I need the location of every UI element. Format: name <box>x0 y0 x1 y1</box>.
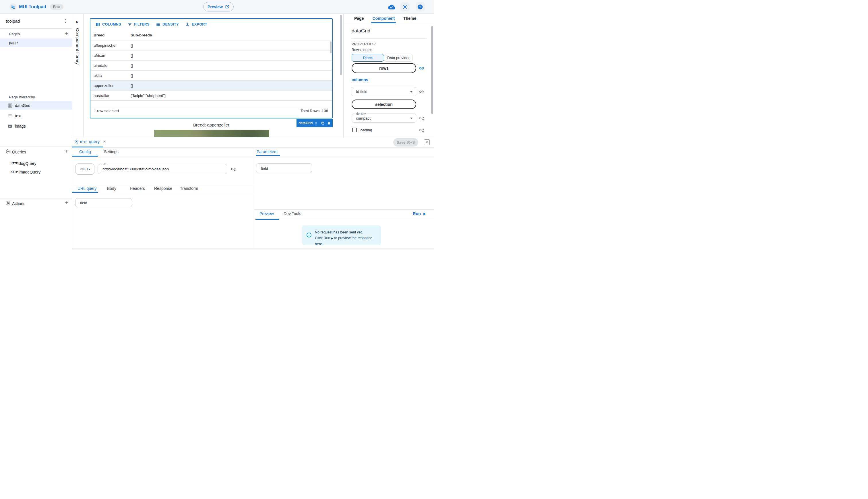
table-row[interactable]: affenpinscher [] <box>91 40 332 50</box>
run-button[interactable]: Run ▶ <box>413 211 426 216</box>
url-query-field-input[interactable]: field <box>75 198 132 207</box>
close-query-tab-icon[interactable]: ✕ <box>103 140 106 144</box>
pages-section-label: Pages <box>9 32 20 36</box>
query-tab-method: HTTP <box>80 141 87 143</box>
hierarchy-item-image[interactable]: image <box>0 122 72 130</box>
field-value: field <box>80 201 87 205</box>
tab-page[interactable]: Page <box>354 14 364 23</box>
column-header-breed[interactable]: Breed <box>91 33 131 37</box>
http-method-tag: HTTP <box>11 162 18 165</box>
cell-subbreeds: [] <box>131 63 332 68</box>
table-row[interactable]: akita [] <box>91 71 332 81</box>
columns-button[interactable]: COLUMNS <box>93 22 124 27</box>
columns-property-link[interactable]: columns <box>352 77 368 82</box>
tab-preview[interactable]: Preview <box>260 211 274 216</box>
rows-source-direct-button[interactable]: Direct <box>352 54 384 62</box>
method-value: GET <box>80 167 88 171</box>
density-button[interactable]: DENSITY <box>153 22 182 27</box>
help-button[interactable]: ? <box>416 2 425 11</box>
image-component[interactable] <box>154 130 269 137</box>
canvas-scrollbar[interactable] <box>340 15 342 75</box>
cell-breed: airedale <box>91 63 131 68</box>
add-action-button[interactable]: + <box>64 200 70 206</box>
density-button-label: DENSITY <box>163 22 179 26</box>
tab-devtools[interactable]: Dev Tools <box>284 211 301 216</box>
component-library-strip[interactable]: ▶ Component library <box>72 14 84 137</box>
tab-response[interactable]: Response <box>154 186 172 191</box>
add-page-button[interactable]: + <box>64 31 70 37</box>
svg-text:?: ? <box>419 5 421 9</box>
add-binding-icon[interactable] <box>419 89 424 94</box>
queries-section-label: Queries <box>12 150 26 154</box>
project-menu-button[interactable]: ⋮ <box>63 18 68 24</box>
table-row-partial <box>91 101 332 106</box>
hierarchy-item-text[interactable]: text <box>0 112 72 120</box>
tab-parameters[interactable]: Parameters <box>257 149 277 154</box>
properties-label: PROPERTIES: <box>352 42 376 46</box>
add-binding-icon[interactable] <box>419 115 424 121</box>
tab-config[interactable]: Config <box>79 149 91 154</box>
tab-theme[interactable]: Theme <box>403 14 416 23</box>
binding-link-icon[interactable] <box>419 66 424 71</box>
add-binding-icon[interactable] <box>419 127 424 133</box>
rows-property-button[interactable]: rows <box>352 63 416 73</box>
alert-line2: Click Run ▶ to preview the response here… <box>315 235 381 247</box>
datagrid-footer: 1 row selected Total Rows: 106 <box>91 106 332 118</box>
datagrid-toolbar: COLUMNS FILTERS DENSITY <box>91 19 332 30</box>
table-row-selected[interactable]: appenzeller [] <box>91 81 332 90</box>
selection-property-button[interactable]: selection <box>352 99 416 109</box>
deploy-status[interactable] <box>388 4 395 11</box>
table-row[interactable]: airedale [] <box>91 61 332 71</box>
export-button[interactable]: EXPORT <box>182 22 210 27</box>
tab-body[interactable]: Body <box>107 186 116 191</box>
id-field-select[interactable]: Id field <box>352 87 416 96</box>
add-query-button[interactable]: + <box>64 148 70 154</box>
field-value: field <box>261 166 268 171</box>
inspector-scrollbar[interactable] <box>431 26 433 114</box>
no-request-alert: No request has been sent yet. Click Run … <box>302 226 381 245</box>
mui-logo-icon <box>11 5 15 9</box>
cell-breed: affenpinscher <box>91 43 131 48</box>
sidebar-item-page[interactable]: page <box>0 38 72 47</box>
preview-button[interactable]: Preview <box>203 2 234 11</box>
density-icon <box>156 22 160 27</box>
tab-transform[interactable]: Transform <box>180 186 198 191</box>
table-row[interactable]: african [] <box>91 50 332 61</box>
hierarchy-item-datagrid[interactable]: dataGrid <box>0 101 72 110</box>
close-panel-button[interactable]: ✕ <box>424 139 430 145</box>
filters-button[interactable]: FILTERS <box>124 22 153 27</box>
query-item-label: dogQuery <box>19 161 36 166</box>
tab-url-query[interactable]: URL query <box>78 186 96 191</box>
datagrid-component[interactable]: COLUMNS FILTERS DENSITY <box>90 19 333 119</box>
tab-settings[interactable]: Settings <box>104 149 119 154</box>
theme-toggle-button[interactable] <box>401 2 409 11</box>
query-editor-tab[interactable]: HTTP query ✕ <box>74 139 106 144</box>
query-item-imagequery[interactable]: HTTP imageQuery <box>0 168 72 176</box>
url-input[interactable]: http://localhost:3000/static/movies.json <box>98 164 227 174</box>
columns-icon <box>96 22 100 27</box>
datagrid-scrollbar[interactable] <box>330 41 332 53</box>
preview-button-label: Preview <box>207 4 223 9</box>
inspector-tabs: Page Component Theme <box>344 14 434 23</box>
datagrid-header-row: Breed Sub-breeds <box>91 30 332 40</box>
tab-component[interactable]: Component <box>372 14 395 23</box>
filters-button-label: FILTERS <box>134 22 150 26</box>
column-header-subbreeds[interactable]: Sub-breeds <box>131 33 332 37</box>
text-component[interactable]: Breed: appenzeller <box>90 122 333 127</box>
url-floating-label: url <box>102 162 107 166</box>
sun-icon <box>402 4 408 10</box>
tab-headers[interactable]: Headers <box>130 186 145 191</box>
url-value: http://localhost:3000/static/movies.json <box>103 167 169 171</box>
method-select[interactable]: GET <box>75 163 94 175</box>
chevron-down-icon <box>88 169 91 170</box>
table-row[interactable]: australian ["kelpie","shepherd"] <box>91 90 332 101</box>
loading-checkbox[interactable] <box>352 127 357 132</box>
query-icon <box>74 139 79 144</box>
expand-library-icon[interactable]: ▶ <box>76 20 78 24</box>
loading-label: loading <box>360 128 372 132</box>
rows-source-dataprovider-button[interactable]: Data provider <box>384 54 413 62</box>
add-binding-icon[interactable] <box>231 167 236 172</box>
save-button[interactable]: Save ⌘+S <box>393 138 418 147</box>
query-item-dogquery[interactable]: HTTP dogQuery <box>0 159 72 168</box>
parameters-field-input[interactable]: field <box>256 163 312 173</box>
